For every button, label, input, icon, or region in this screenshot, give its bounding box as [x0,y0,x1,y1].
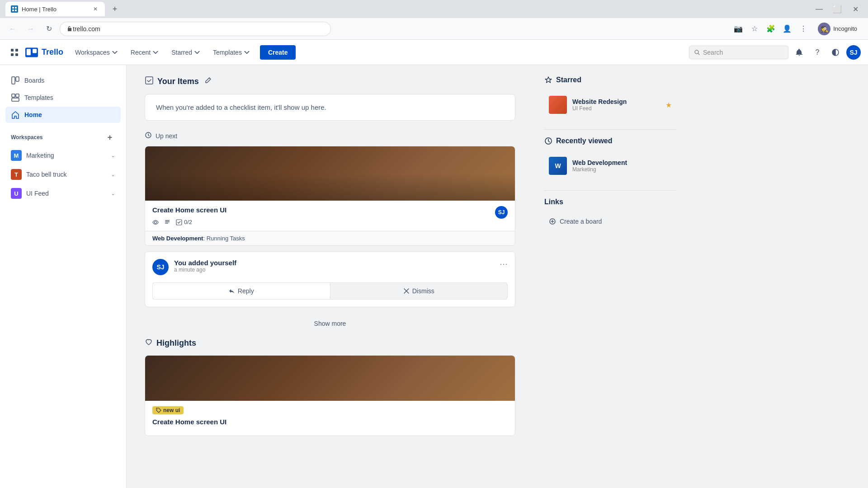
activity-avatar: SJ [152,259,169,275]
highlight-body: new ui Create Home screen UI [145,401,515,436]
nav-starred[interactable]: Starred [167,46,205,59]
grid-icon [10,48,19,57]
create-button[interactable]: Create [260,45,296,60]
marketing-avatar: M [11,150,22,161]
svg-point-25 [157,409,158,409]
browser-tab[interactable]: Home | Trello ✕ [5,2,105,16]
divider-2 [544,190,676,191]
items-empty-message: When you're added to a checklist item, i… [145,94,515,121]
sidebar-item-home[interactable]: Home [5,107,121,123]
star-filled-icon: ★ [665,101,672,109]
close-window-button[interactable]: ✕ [848,2,863,16]
workspace-tacobell[interactable]: T Taco bell truck ⌄ [5,165,121,183]
starred-section-title: Starred [544,76,676,84]
show-more-button[interactable]: Show more [145,313,515,334]
svg-rect-7 [15,53,18,56]
svg-rect-1 [15,7,17,9]
svg-rect-0 [12,7,14,9]
create-board-button[interactable]: Create a board [544,213,676,230]
search-icon [694,49,700,56]
recently-viewed-thumbnail: W [549,157,567,175]
app-logo[interactable]: Trello [25,47,63,57]
highlights-card[interactable]: new ui Create Home screen UI [145,355,515,436]
theme-icon [831,48,840,56]
sidebar-item-templates[interactable]: Templates [5,89,121,106]
bookmark-icon[interactable]: ☆ [747,22,762,36]
card-watch-icon-item [152,219,159,225]
main-content: Your Items When you're added to a checkl… [127,65,533,488]
nav-workspaces[interactable]: Workspaces [71,46,123,59]
sidebar-item-boards[interactable]: Boards [5,72,121,89]
svg-rect-3 [15,9,17,11]
activity-time: a minute ago [174,267,494,273]
nav-templates[interactable]: Templates [208,46,255,59]
card-assignee-avatar: SJ [495,206,508,219]
activity-more-button[interactable]: ⋯ [500,259,508,269]
eye-icon [152,219,159,225]
incognito-button[interactable]: 🕵 Incognito [812,21,863,37]
edit-icon [204,77,212,86]
links-section-title: Links [544,198,676,206]
apps-grid-button[interactable] [7,45,22,60]
nav-recent[interactable]: Recent [126,46,163,59]
svg-rect-18 [146,77,153,84]
app-header: Trello Workspaces Recent Starred Templat… [0,40,868,65]
svg-point-20 [155,221,157,223]
theme-button[interactable] [828,45,843,60]
search-bar[interactable]: Search [689,46,788,59]
svg-rect-5 [15,49,18,52]
dismiss-button[interactable]: Dismiss [330,282,508,300]
help-button[interactable]: ? [810,45,825,60]
starred-chevron-icon [194,49,200,56]
card-title: Create Home screen UI [152,206,226,214]
reply-icon [229,288,235,294]
starred-item-website-redesign[interactable]: Website Redesign UI Feed ★ [544,91,676,118]
up-next-card[interactable]: Create Home screen UI SJ 0/2 [145,146,515,246]
clock-outline-icon [544,137,552,145]
svg-rect-21 [165,220,170,221]
profile-icon[interactable]: 👤 [780,22,794,36]
maximize-button[interactable]: ⬜ [830,2,844,16]
description-icon [164,219,170,225]
address-bar[interactable]: trello.com [60,22,331,36]
activity-actions: Reply Dismiss [152,282,508,300]
add-workspace-button[interactable]: + [104,132,115,143]
trello-logo-icon [25,47,38,57]
svg-rect-6 [11,53,14,56]
highlight-cover-image [145,356,515,401]
workspace-uifeed[interactable]: U UI Feed ⌄ [5,184,121,202]
recently-viewed-info: Web Development Marketing [572,159,672,173]
minimize-button[interactable]: — [812,2,826,16]
tab-favicon [11,5,18,13]
card-checklist-item: 0/2 [176,219,192,225]
recently-viewed-item-web-dev[interactable]: W Web Development Marketing [544,152,676,179]
workspaces-chevron-icon [112,49,118,56]
tab-close-button[interactable]: ✕ [91,5,99,13]
new-tab-button[interactable]: + [108,3,121,15]
user-avatar[interactable]: SJ [846,45,861,60]
svg-rect-10 [33,49,37,53]
camera-icon[interactable]: 📷 [731,22,745,36]
workspaces-section: Workspaces + M Marketing ⌄ T Taco bell t… [5,130,121,202]
svg-rect-14 [16,77,19,81]
reply-button[interactable]: Reply [152,282,330,300]
up-next-header: Up next [145,131,515,141]
notifications-button[interactable] [792,45,807,60]
activity-item: SJ You added yourself a minute ago ⋯ Rep… [145,251,515,307]
svg-rect-4 [11,49,14,52]
back-button: ← [5,22,20,36]
bell-icon [795,48,803,56]
right-panel: Starred Website Redesign UI Feed ★ Recen… [533,65,687,488]
activity-info: You added yourself a minute ago [174,259,494,273]
sidebar: Boards Templates Home Workspaces + M Mar… [0,65,127,488]
workspace-marketing[interactable]: M Marketing ⌄ [5,146,121,164]
svg-rect-24 [176,220,182,225]
clock-icon [145,131,152,141]
starred-item-thumbnail [549,96,567,114]
uifeed-avatar: U [11,188,22,199]
extensions-icon[interactable]: 🧩 [764,22,778,36]
refresh-button[interactable]: ↻ [42,22,56,36]
more-menu-icon[interactable]: ⋮ [796,22,811,36]
svg-rect-22 [165,221,170,222]
up-next-label: Up next [156,132,177,140]
